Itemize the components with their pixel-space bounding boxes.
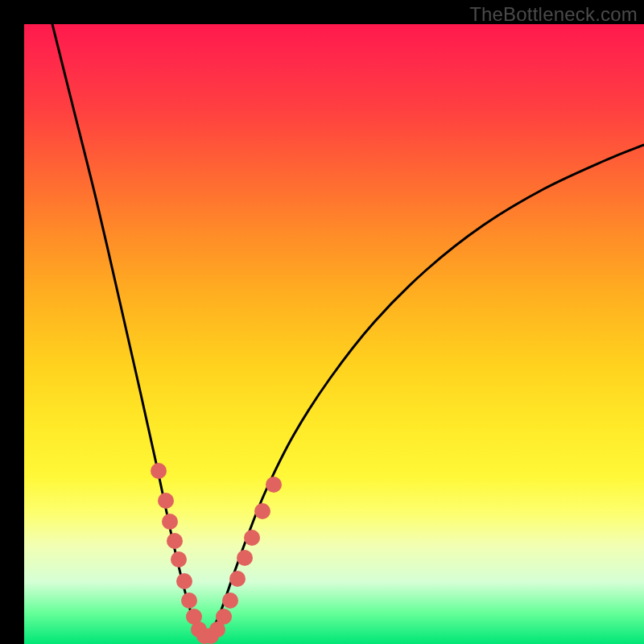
plot-area <box>24 24 644 644</box>
data-marker <box>237 550 253 566</box>
outer-frame: TheBottleneck.com <box>0 0 644 644</box>
watermark-text: TheBottleneck.com <box>469 3 638 26</box>
data-marker <box>216 609 232 625</box>
data-marker <box>222 592 238 609</box>
marker-group <box>151 463 282 644</box>
data-marker <box>162 514 178 530</box>
data-marker <box>181 592 197 609</box>
data-marker <box>266 477 282 493</box>
curve-group <box>48 24 644 638</box>
data-marker <box>244 530 260 546</box>
data-marker <box>176 573 192 589</box>
data-marker <box>167 533 183 549</box>
data-marker <box>158 493 174 509</box>
data-marker <box>229 571 246 587</box>
data-marker <box>254 503 270 519</box>
data-marker <box>151 463 167 479</box>
curve-right-branch <box>204 145 644 638</box>
data-marker <box>171 551 187 568</box>
bottleneck-curve-svg <box>24 24 644 644</box>
